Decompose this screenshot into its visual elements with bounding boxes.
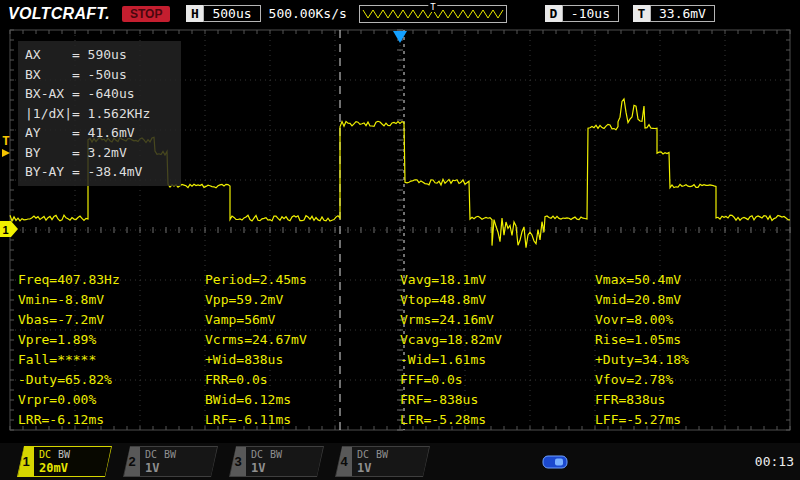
- cursor-readout-label: BY-AY: [25, 162, 72, 182]
- cursor-readout-label: AY: [25, 123, 72, 143]
- trigger-position-marker-icon[interactable]: [393, 31, 407, 43]
- measurement-item: Vcavg=18.82mV: [400, 330, 595, 350]
- channel-4-button[interactable]: 4DCBW1V: [335, 446, 430, 477]
- timebase-group: H 500us: [186, 5, 260, 22]
- bottom-bar: 1DCBW20mV2DCBW1V3DCBW1V4DCBW1V 00:13: [0, 443, 800, 480]
- brand-logo: VOLTCRAFT.: [8, 5, 110, 23]
- measurement-item: Fall=*****: [18, 350, 205, 370]
- measurement-column: Vavg=18.1mVVtop=48.8mVVrms=24.16mVVcavg=…: [400, 270, 595, 430]
- measurement-item: Vrpr=0.00%: [18, 390, 205, 410]
- channel-number: 1: [18, 447, 34, 476]
- trigger-key-label: T: [633, 5, 650, 22]
- cursor-readout-line: BY= 3.2mV: [25, 143, 174, 163]
- channel-2-button[interactable]: 2DCBW1V: [123, 446, 218, 477]
- measurement-item: +Wid=838us: [205, 350, 400, 370]
- cursor-readout-label: BY: [25, 143, 72, 163]
- measurement-item: Vavg=18.1mV: [400, 270, 595, 290]
- window-trigger-marker: T: [428, 3, 437, 12]
- sample-rate-readout: 500.00Ks/s: [269, 6, 347, 21]
- cursor-readout-line: BY-AY= -38.4mV: [25, 162, 174, 182]
- run-stop-status-badge[interactable]: STOP: [122, 6, 170, 22]
- measurement-item: Vmid=20.8mV: [595, 290, 790, 310]
- cursor-readout-value: = -38.4mV: [72, 164, 142, 179]
- cursor-readout-label: AX: [25, 45, 72, 65]
- channel-1-button[interactable]: 1DCBW20mV: [17, 446, 112, 477]
- delay-value[interactable]: -10us: [562, 5, 619, 22]
- measurement-item: Vmin=-8.8mV: [18, 290, 205, 310]
- channel-number: 3: [230, 447, 246, 476]
- cursor-readout-value: = -640us: [72, 86, 135, 101]
- cursor-readout-label: BX-AX: [25, 84, 72, 104]
- cursor-readout-label: |1/dX|: [25, 104, 72, 124]
- delay-key-label: D: [545, 5, 562, 22]
- measurement-item: FFR=838us: [595, 390, 790, 410]
- channel-block: 1DCBW20mV: [18, 447, 111, 476]
- measurement-item: Vfov=2.78%: [595, 370, 790, 390]
- channel-block: 3DCBW1V: [230, 447, 323, 476]
- bandwidth-label: BW: [58, 450, 70, 460]
- clock-readout: 00:13: [755, 454, 794, 469]
- measurement-item: Rise=1.05ms: [595, 330, 790, 350]
- channel-3-button[interactable]: 3DCBW1V: [229, 446, 324, 477]
- measurement-item: BWid=6.12ms: [205, 390, 400, 410]
- measurement-item: Vrms=24.16mV: [400, 310, 595, 330]
- channel-info: DCBW1V: [140, 447, 217, 476]
- horizontal-window-indicator[interactable]: T: [359, 5, 507, 23]
- delay-group: D -10us: [545, 5, 619, 22]
- cursor-readout-line: |1/dX|= 1.562KHz: [25, 104, 174, 124]
- top-bar: VOLTCRAFT. STOP H 500us 500.00Ks/s T D -…: [0, 0, 800, 27]
- channel-scale: 1V: [251, 462, 323, 474]
- bandwidth-label: BW: [270, 450, 282, 460]
- measurement-item: +Duty=34.18%: [595, 350, 790, 370]
- coupling-label: DC: [357, 450, 369, 460]
- channel-info: DCBW1V: [246, 447, 323, 476]
- channel-status-row: 1DCBW20mV2DCBW1V3DCBW1V4DCBW1V: [17, 446, 430, 477]
- channel-number: 4: [336, 447, 352, 476]
- timebase-value[interactable]: 500us: [203, 5, 260, 22]
- cursor-readout-line: AY= 41.6mV: [25, 123, 174, 143]
- measurement-item: Vpp=59.2mV: [205, 290, 400, 310]
- usb-device-icon: [542, 454, 568, 470]
- channel-info: DCBW1V: [352, 447, 429, 476]
- measurement-item: LRF=-6.11ms: [205, 410, 400, 430]
- measurement-column: Vmax=50.4mVVmid=20.8mVVovr=8.00%Rise=1.0…: [595, 270, 790, 430]
- cursor-measurement-panel: AX= 590usBX= -50usBX-AX= -640us|1/dX|= 1…: [18, 41, 181, 186]
- cursor-readout-label: BX: [25, 65, 72, 85]
- channel-block: 2DCBW1V: [124, 447, 217, 476]
- measurement-item: LRR=-6.12ms: [18, 410, 205, 430]
- trigger-level-marker[interactable]: T: [2, 133, 10, 148]
- channel-scale: 1V: [145, 462, 217, 474]
- channel-number: 2: [124, 447, 140, 476]
- measurement-item: Vpre=1.89%: [18, 330, 205, 350]
- oscilloscope-screen: VOLTCRAFT. STOP H 500us 500.00Ks/s T D -…: [0, 0, 800, 480]
- cursor-readout-value: = 3.2mV: [72, 145, 127, 160]
- measurement-item: Vovr=8.00%: [595, 310, 790, 330]
- cursor-readout-line: AX= 590us: [25, 45, 174, 65]
- cursor-readout-value: = -50us: [72, 67, 127, 82]
- coupling-label: DC: [145, 450, 157, 460]
- channel-info: DCBW20mV: [34, 447, 111, 476]
- trigger-level-value[interactable]: 33.6mV: [650, 5, 715, 22]
- measurement-item: LFR=-5.28ms: [400, 410, 595, 430]
- channel-scale: 1V: [357, 462, 429, 474]
- measurement-column: Freq=407.83HzVmin=-8.8mVVbas=-7.2mVVpre=…: [18, 270, 205, 430]
- bandwidth-label: BW: [164, 450, 176, 460]
- measurement-item: FFF=0.0s: [400, 370, 595, 390]
- coupling-label: DC: [39, 450, 51, 460]
- channel-block: 4DCBW1V: [336, 447, 429, 476]
- measurement-item: Period=2.45ms: [205, 270, 400, 290]
- auto-measurements-panel: Freq=407.83HzVmin=-8.8mVVbas=-7.2mVVpre=…: [18, 270, 790, 430]
- measurement-item: Vcrms=24.67mV: [205, 330, 400, 350]
- measurement-item: Vamp=56mV: [205, 310, 400, 330]
- measurement-item: Vbas=-7.2mV: [18, 310, 205, 330]
- trigger-group: T 33.6mV: [633, 5, 715, 22]
- cursor-readout-value: = 41.6mV: [72, 125, 135, 140]
- cursor-readout-value: = 1.562KHz: [72, 106, 150, 121]
- cursor-readout-line: BX= -50us: [25, 65, 174, 85]
- measurement-item: -Wid=1.61ms: [400, 350, 595, 370]
- measurement-item: -Duty=65.82%: [18, 370, 205, 390]
- measurement-item: Freq=407.83Hz: [18, 270, 205, 290]
- measurement-item: Vmax=50.4mV: [595, 270, 790, 290]
- trigger-level-arrow-icon: [2, 149, 10, 157]
- measurement-item: Vtop=48.8mV: [400, 290, 595, 310]
